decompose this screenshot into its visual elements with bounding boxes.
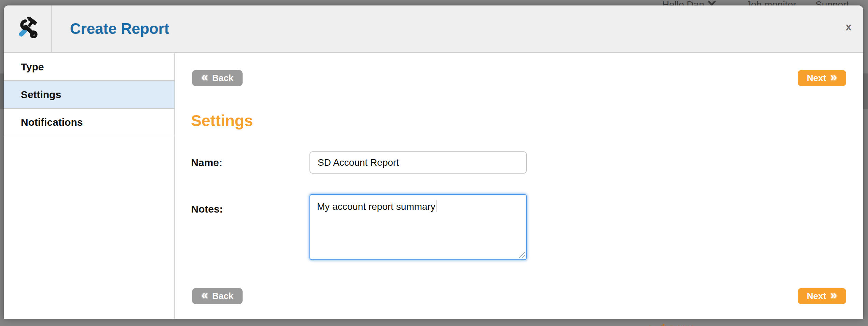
- notes-field-label: Notes:: [191, 202, 223, 216]
- close-icon[interactable]: x: [845, 21, 852, 32]
- page-backdrop: Hello Dan Job monitor Support a tour: [0, 0, 868, 326]
- back-chevrons-icon: «: [201, 71, 208, 83]
- chevron-down-icon: [708, 1, 716, 6]
- tools-icon: [17, 16, 39, 39]
- next-chevrons-icon: »: [830, 71, 837, 83]
- back-button-label: Back: [212, 291, 233, 301]
- sidebar-item-notifications[interactable]: Notifications: [4, 109, 174, 136]
- back-button-label: Back: [212, 73, 233, 83]
- name-input[interactable]: [309, 151, 527, 174]
- resize-handle-icon[interactable]: [519, 252, 525, 258]
- dialog-title: Create Report: [70, 5, 169, 52]
- next-button-top[interactable]: Next »: [798, 70, 846, 86]
- next-button-bottom[interactable]: Next »: [798, 288, 846, 304]
- back-chevrons-icon: «: [201, 289, 208, 301]
- dialog-icon-cell: [4, 5, 52, 52]
- text-caret: [436, 200, 436, 212]
- sidebar-item-type[interactable]: Type: [4, 53, 174, 81]
- next-button-label: Next: [807, 73, 826, 83]
- back-button-top[interactable]: « Back: [192, 70, 243, 86]
- next-chevrons-icon: »: [830, 289, 837, 301]
- sidebar-item-label: Settings: [21, 89, 61, 100]
- step-heading: Settings: [191, 111, 253, 130]
- name-field-label: Name:: [191, 151, 222, 174]
- sidebar-item-label: Notifications: [21, 117, 83, 128]
- notes-textarea[interactable]: My account report summary: [309, 194, 527, 260]
- wizard-steps-sidebar: Type Settings Notifications: [4, 53, 175, 319]
- sidebar-item-label: Type: [21, 61, 44, 72]
- dialog-header: Create Report x: [4, 5, 863, 53]
- next-button-label: Next: [807, 291, 826, 301]
- sidebar-item-settings[interactable]: Settings: [4, 81, 174, 109]
- back-button-bottom[interactable]: « Back: [192, 288, 243, 304]
- notes-text: My account report summary: [317, 201, 435, 212]
- create-report-dialog: Create Report x Type Settings Notificati…: [4, 5, 863, 319]
- backdrop-partial-text: a tour: [647, 320, 694, 326]
